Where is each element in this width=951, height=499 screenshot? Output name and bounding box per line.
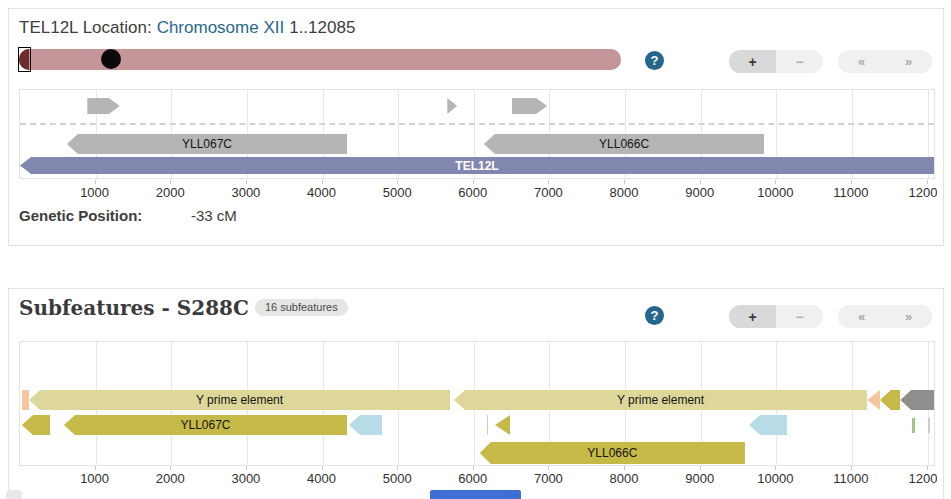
feature-rect[interactable] <box>928 418 930 433</box>
feature-yll066c[interactable]: YLL066C <box>484 134 764 154</box>
pan-right-button[interactable]: » <box>885 50 932 73</box>
axis-tick <box>473 180 474 184</box>
axis-label: 12000 <box>909 185 937 200</box>
axis-label: 3000 <box>231 185 260 200</box>
axis-tick <box>246 466 247 470</box>
axis-tick <box>170 180 171 184</box>
axis-tick <box>246 180 247 184</box>
axis-label: 5000 <box>383 471 412 486</box>
axis-tick <box>700 466 701 470</box>
axis-tick <box>851 180 852 184</box>
feature-rect[interactable] <box>912 418 915 433</box>
feature-label: Y prime element <box>617 393 704 407</box>
location-title: TEL12L Location:Chromosome XII1..12085 <box>19 18 355 38</box>
axis-tick <box>624 466 625 470</box>
pan-left-button[interactable]: « <box>838 305 885 328</box>
axis-label: 1000 <box>80 471 109 486</box>
feature-right-tri[interactable] <box>447 98 457 114</box>
axis-tick <box>170 466 171 470</box>
chromosome-overview[interactable] <box>19 47 625 73</box>
axis-label: 6000 <box>458 185 487 200</box>
pan-left-button[interactable]: « <box>838 50 885 73</box>
axis-label: 7000 <box>534 471 563 486</box>
feature-yll067c[interactable]: YLL067C <box>64 415 347 435</box>
axis-tick <box>322 466 323 470</box>
axis-label: 10000 <box>757 471 793 486</box>
feature-left-arrow[interactable] <box>22 415 50 435</box>
subfeatures-panel: Subfeatures - S288C16 subfeatures ? + − … <box>8 288 944 499</box>
location-title-range: 1..12085 <box>289 18 355 37</box>
feature-left-arrow[interactable] <box>900 390 934 410</box>
axis-label: 9000 <box>685 185 714 200</box>
zoom-out-button[interactable]: − <box>776 305 823 328</box>
centromere-dot <box>101 49 121 69</box>
axis-label: 8000 <box>610 185 639 200</box>
subfeatures-count-badge: 16 subfeatures <box>255 299 348 316</box>
feature-yll066c[interactable]: YLL066C <box>480 442 745 464</box>
feature-label: YLL067C <box>182 137 232 151</box>
feature-left-tri[interactable] <box>867 390 880 410</box>
axis-tick <box>95 180 96 184</box>
axis-label: 1000 <box>80 185 109 200</box>
axis-label: 4000 <box>307 185 336 200</box>
axis-label: 6000 <box>458 471 487 486</box>
location-title-prefix: TEL12L Location: <box>19 18 152 37</box>
pan-button-group: « » <box>838 50 932 73</box>
axis-tick <box>927 466 928 470</box>
axis-label: 3000 <box>231 471 260 486</box>
feature-right-arrow[interactable] <box>512 98 548 114</box>
genetic-position-label: Genetic Position: <box>19 207 142 224</box>
axis-tick <box>397 466 398 470</box>
axis-label: 11000 <box>833 185 868 200</box>
partial-blue-element[interactable] <box>430 490 521 499</box>
axis-tick <box>775 180 776 184</box>
chromosome-link[interactable]: Chromosome XII <box>157 18 285 37</box>
axis-label: 5000 <box>383 185 412 200</box>
feature-left-tri[interactable] <box>495 415 510 435</box>
selection-box[interactable] <box>18 47 31 72</box>
axis-label: 2000 <box>156 185 185 200</box>
feature-left-arrow[interactable] <box>349 415 382 435</box>
location-panel: TEL12L Location:Chromosome XII1..12085 ?… <box>8 8 944 246</box>
feature-yll067c[interactable]: YLL067C <box>67 134 347 154</box>
axis-tick <box>775 466 776 470</box>
zoom-button-group: + − <box>729 305 823 328</box>
zoom-button-group: + − <box>729 50 823 73</box>
genetic-position-value: -33 cM <box>191 207 237 224</box>
pan-button-group: « » <box>838 305 932 328</box>
subfeatures-axis: 1000200030004000500060007000800090001000… <box>19 466 937 490</box>
feature-left-arrow[interactable] <box>880 390 900 410</box>
feature-label: YLL066C <box>587 446 637 460</box>
feature-rect[interactable] <box>487 415 489 435</box>
axis-tick <box>473 466 474 470</box>
subfeatures-track[interactable]: Y prime elementY prime elementYLL067CYLL… <box>19 341 935 466</box>
feature-label: Y prime element <box>196 393 283 407</box>
axis-tick <box>397 180 398 184</box>
axis-tick <box>624 180 625 184</box>
feature-right-arrow[interactable] <box>87 98 120 114</box>
zoom-in-button[interactable]: + <box>729 305 776 328</box>
axis-label: 11000 <box>833 471 868 486</box>
feature-label: TEL12L <box>455 159 498 173</box>
strand-divider-dashed-line <box>20 123 934 125</box>
axis-label: 7000 <box>534 185 563 200</box>
feature-label: YLL067C <box>180 418 230 432</box>
zoom-in-button[interactable]: + <box>729 50 776 73</box>
zoom-out-button[interactable]: − <box>776 50 823 73</box>
axis-tick <box>95 466 96 470</box>
help-icon[interactable]: ? <box>645 51 664 70</box>
feature-left-arrow[interactable] <box>749 415 787 435</box>
feature-y-prime-element[interactable]: Y prime element <box>454 390 867 410</box>
feature-y-prime-element[interactable]: Y prime element <box>29 390 450 410</box>
help-icon[interactable]: ? <box>645 306 664 325</box>
location-track[interactable]: YLL067CYLL066CTEL12L <box>19 89 935 179</box>
axis-label: 4000 <box>307 471 336 486</box>
feature-tel12l[interactable]: TEL12L <box>20 157 934 174</box>
feature-rect[interactable] <box>22 390 29 410</box>
axis-tick <box>548 180 549 184</box>
partial-gray-element <box>6 490 22 499</box>
axis-tick <box>851 466 852 470</box>
axis-label: 12000 <box>909 471 937 486</box>
location-axis: 1000200030004000500060007000800090001000… <box>19 180 937 204</box>
pan-right-button[interactable]: » <box>885 305 932 328</box>
